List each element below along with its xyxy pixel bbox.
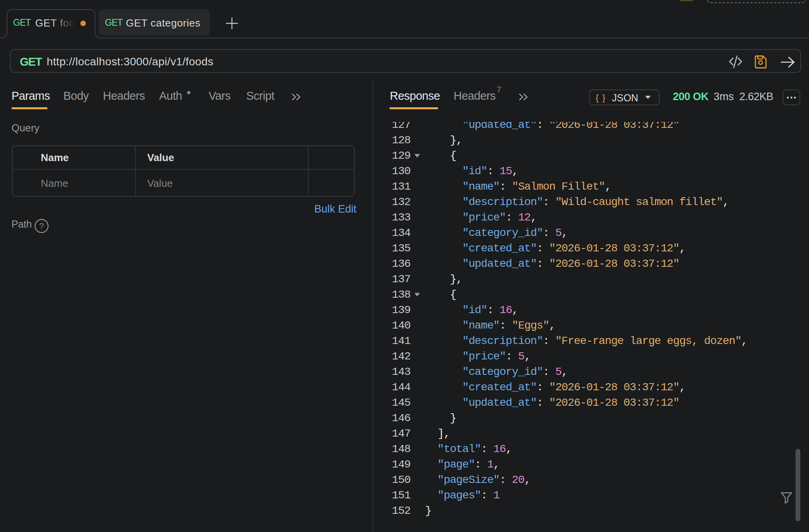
svg-text:?: ? [39,221,44,230]
